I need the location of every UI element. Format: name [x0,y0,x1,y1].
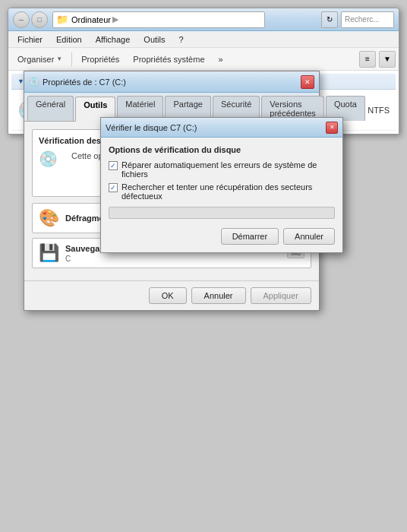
sauvegarde-icon: 💾 [39,243,59,263]
folder-icon: 📁 [56,14,68,25]
defrag-icon: 🎨 [39,208,59,228]
checkbox-2[interactable]: ✓ [109,183,118,192]
props-title-text: 💿 Propriétés de : C7 (C:) [29,77,126,87]
title-bar-right: ↻ Recherc... [321,11,394,28]
proprietes-btn[interactable]: Propriétés [75,52,125,66]
win-controls: ─ □ [13,11,48,28]
menu-affichage[interactable]: Affichage [90,33,137,46]
organiser-label: Organiser [17,55,54,64]
proprietes-label: Propriétés [81,55,119,64]
checkbox-1[interactable]: ✓ [109,161,118,170]
apply-btn: Appliquer [251,287,311,304]
address-arrow: ▶ [112,14,118,24]
view-dropdown-btn[interactable]: ▼ [379,51,396,68]
menu-edition[interactable]: Edition [50,33,88,46]
verify-content: Options de vérification du disque ✓ Répa… [101,138,342,252]
ok-btn[interactable]: OK [149,287,187,304]
cancel-btn[interactable]: Annuler [191,287,246,304]
verification-disk-icon: 💿 [39,150,58,168]
verify-dialog: Vérifier le disque C7 (C:) ✕ Options de … [100,117,343,253]
toolbar-sep1 [71,52,72,66]
view-toggle-btn[interactable]: ≡ [359,51,376,68]
address-text: Ordinateur [71,15,111,24]
toolbar-right: ≡ ▼ [359,51,396,68]
verify-subtitle: Options de vérification du disque [109,145,335,154]
minimize-btn[interactable]: ─ [13,11,30,28]
verify-option-2: ✓ Rechercher et tenter une récupération … [109,182,335,201]
menu-aide[interactable]: ? [172,33,189,46]
address-bar[interactable]: 📁 Ordinateur ▶ [52,11,265,28]
more-label: » [219,55,223,64]
content-area: ▼ Disques durs (4) 💿 C7 (C:) 45,6 Go lib… [8,71,399,134]
props-dialog: 💿 Propriétés de : C7 (C:) ✕ Général Outi… [24,71,320,311]
organiser-btn[interactable]: Organiser ▼ [11,52,68,66]
verify-title-text: Vérifier le disque C7 (C:) [106,123,197,132]
main-window: ─ □ 📁 Ordinateur ▶ ↻ Recherc... Fichier … [8,8,399,135]
verify-option-2-label: Rechercher et tenter une récupération de… [121,182,335,201]
props-icon: 💿 [29,77,39,87]
menu-fichier[interactable]: Fichier [11,33,49,46]
menu-outils[interactable]: Outils [137,33,171,46]
verify-option-1: ✓ Réparer automatiquement les erreurs de… [109,160,335,179]
verify-option-1-label: Réparer automatiquement les erreurs de s… [121,160,335,179]
more-btn[interactable]: » [213,52,229,66]
proprietes-systeme-btn[interactable]: Propriétés système [127,52,210,66]
title-bar: ─ □ 📁 Ordinateur ▶ ↻ Recherc... [8,8,399,31]
cancel2-btn[interactable]: Annuler [283,228,335,245]
search-placeholder: Recherc... [345,15,380,24]
start-btn[interactable]: Démarrer [221,228,279,245]
verify-title-bar: Vérifier le disque C7 (C:) ✕ [101,118,342,138]
menu-bar: Fichier Edition Affichage Outils ? [8,31,399,48]
search-box[interactable]: Recherc... [341,11,394,28]
verify-progress-bar [109,207,335,219]
title-bar-left: ─ □ 📁 Ordinateur ▶ [13,11,265,28]
props-bottom: OK Annuler Appliquer [24,280,319,310]
verify-bottom: Démarrer Annuler [109,225,335,245]
refresh-btn[interactable]: ↻ [321,11,338,28]
toolbar: Organiser ▼ Propriétés Propriétés systèm… [8,48,399,71]
proprietes-systeme-label: Propriétés système [133,55,204,64]
props-title-label: Propriétés de : C7 (C:) [43,78,126,87]
maximize-btn[interactable]: □ [31,11,48,28]
props-title-bar: 💿 Propriétés de : C7 (C:) ✕ [24,71,319,93]
props-close-btn[interactable]: ✕ [301,75,314,89]
tab-general[interactable]: Général [27,96,74,121]
verify-close-btn[interactable]: ✕ [326,122,338,134]
sauvegarde-desc: C [65,255,281,263]
disk-fs: NTFS [368,106,390,115]
organiser-dropdown-icon: ▼ [56,55,62,62]
